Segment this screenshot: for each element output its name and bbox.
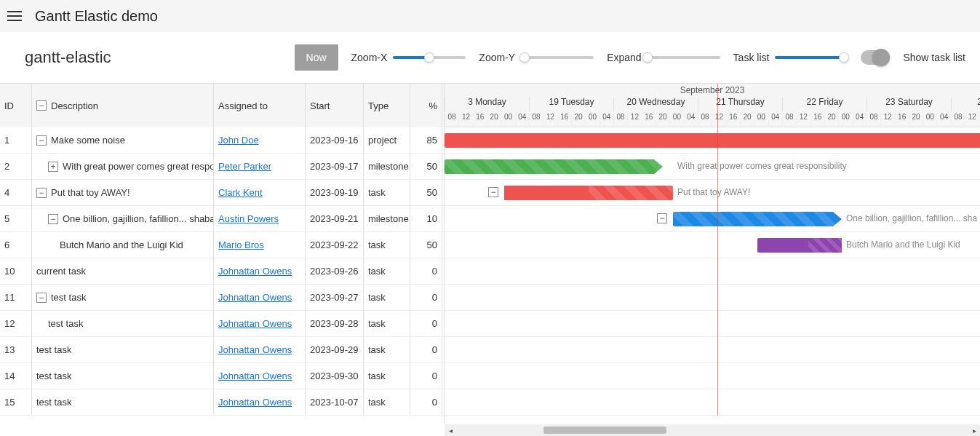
assigned-link[interactable]: Austin Powers — [218, 213, 279, 224]
collapse-icon[interactable]: − — [36, 188, 47, 198]
gantt-bar-label: With great power comes great responsibil… — [677, 161, 847, 171]
gantt-bar[interactable] — [445, 159, 663, 174]
expand-slider[interactable] — [648, 56, 720, 59]
collapse-icon[interactable]: − — [488, 187, 498, 197]
calendar-hour: 00 — [501, 113, 514, 126]
assigned-link[interactable]: Johnattan Owens — [218, 370, 292, 381]
cell-description: test task — [32, 389, 214, 415]
cell-pct: 50 — [410, 232, 442, 258]
cell-description: −Make some noise — [32, 127, 214, 153]
table-row: 11−test taskJohnattan Owens2023-09-27tas… — [0, 285, 444, 311]
cell-start: 2023-09-28 — [306, 311, 364, 336]
task-description-text: test task — [36, 370, 71, 381]
calendar-hour: 20 — [824, 113, 838, 126]
cell-type: task — [364, 258, 410, 284]
calendar-days: 3 Monday19 Tuesday20 Wednesday21 Thursda… — [445, 97, 980, 111]
scrollbar-track[interactable] — [456, 426, 968, 435]
table-row: 15test taskJohnattan Owens2023-10-07task… — [0, 389, 444, 416]
calendar-hour: 12 — [796, 113, 810, 126]
gantt-bar[interactable] — [504, 186, 673, 200]
cell-id: 11 — [0, 285, 32, 310]
show-task-list-toggle[interactable] — [861, 50, 890, 65]
task-list-slider[interactable] — [775, 56, 848, 59]
cell-id: 14 — [0, 363, 32, 389]
calendar-hour: 04 — [599, 113, 613, 126]
zoom-x-slider[interactable] — [393, 56, 466, 59]
task-description-text: test task — [36, 344, 71, 355]
cell-pct: 0 — [410, 389, 442, 415]
calendar-hour: 20 — [740, 113, 754, 126]
assigned-link[interactable]: Johnattan Owens — [218, 344, 292, 355]
expand-all-icon[interactable]: − — [36, 100, 47, 111]
cell-description: test task — [32, 363, 214, 389]
collapse-icon[interactable]: − — [48, 214, 58, 224]
chart-row: −Put that toy AWAY! — [445, 180, 980, 206]
calendar-hours: 0812162000040812162000040812162000040812… — [445, 113, 980, 126]
cell-assigned: Johnattan Owens — [214, 285, 306, 310]
collapse-icon[interactable]: − — [36, 293, 47, 303]
table-row: 6Butch Mario and the Luigi KidMario Bros… — [0, 232, 444, 258]
expand-label: Expand — [607, 52, 641, 63]
task-description-text: Put that toy AWAY! — [51, 187, 130, 198]
assigned-link[interactable]: Johnattan Owens — [218, 292, 292, 303]
cell-assigned: Clark Kent — [214, 180, 306, 205]
gantt-bar[interactable] — [757, 238, 842, 253]
chart-row — [445, 311, 980, 337]
cell-id: 13 — [0, 337, 32, 362]
chart-row — [445, 285, 980, 311]
calendar-hour: 08 — [529, 113, 543, 126]
cell-type: task — [364, 337, 410, 362]
now-button[interactable]: Now — [295, 44, 338, 71]
task-list-slider-label: Task list — [733, 52, 770, 63]
cell-assigned: John Doe — [214, 127, 306, 153]
calendar-hour: 04 — [515, 113, 529, 126]
task-description-text: test task — [48, 318, 83, 329]
col-header-id: ID — [0, 84, 32, 127]
cell-type: milestone — [364, 154, 410, 179]
expand-icon[interactable]: + — [48, 162, 58, 172]
gantt-bar[interactable] — [445, 133, 980, 148]
assigned-link[interactable]: John Doe — [218, 135, 259, 146]
calendar-day: 20 Wednesday — [613, 97, 698, 111]
gantt-bar[interactable] — [673, 212, 842, 226]
zoom-y-slider[interactable] — [521, 56, 594, 59]
cell-description: −test task — [32, 285, 214, 310]
calendar-hour: 16 — [726, 113, 740, 126]
cell-id: 2 — [0, 154, 32, 179]
cell-start: 2023-09-21 — [306, 206, 364, 231]
task-description-text: With great power comes great respo... — [63, 161, 214, 172]
task-description-text: current task — [36, 266, 86, 277]
scroll-right-icon[interactable]: ▸ — [968, 424, 980, 436]
expand-control: Expand — [607, 52, 720, 63]
collapse-icon[interactable]: − — [657, 213, 667, 223]
now-line — [717, 84, 718, 416]
assigned-link[interactable]: Clark Kent — [218, 187, 263, 198]
menu-icon[interactable] — [7, 7, 25, 25]
horizontal-scrollbar[interactable]: ◂ ▸ — [445, 424, 980, 436]
cell-id: 4 — [0, 180, 32, 205]
task-description-text: test task — [36, 397, 71, 408]
cell-description: test task — [32, 337, 214, 362]
collapse-icon[interactable]: − — [36, 135, 47, 146]
cell-pct: 50 — [410, 154, 442, 179]
chart-row — [445, 127, 980, 154]
calendar-hour: 16 — [473, 113, 487, 126]
task-description-text: One billion, gajillion, fafillion... sha… — [63, 213, 214, 224]
cell-id: 15 — [0, 389, 32, 415]
col-header-description-label: Description — [51, 100, 98, 111]
scroll-left-icon[interactable]: ◂ — [445, 424, 456, 436]
cell-start: 2023-09-26 — [306, 258, 364, 284]
assigned-link[interactable]: Mario Bros — [218, 239, 264, 250]
gantt-chart[interactable]: September 2023 3 Monday19 Tuesday20 Wedn… — [445, 84, 980, 424]
cell-type: task — [364, 389, 410, 415]
calendar-hour: 20 — [656, 113, 669, 126]
assigned-link[interactable]: Johnattan Owens — [218, 266, 292, 277]
cell-assigned: Austin Powers — [214, 206, 306, 231]
col-header-description: − Description — [32, 84, 214, 127]
assigned-link[interactable]: Johnattan Owens — [218, 397, 292, 408]
assigned-link[interactable]: Johnattan Owens — [218, 318, 292, 329]
cell-description: test task — [32, 311, 214, 336]
calendar-hour: 16 — [895, 113, 909, 126]
scrollbar-thumb[interactable] — [543, 427, 666, 434]
assigned-link[interactable]: Peter Parker — [218, 161, 271, 172]
